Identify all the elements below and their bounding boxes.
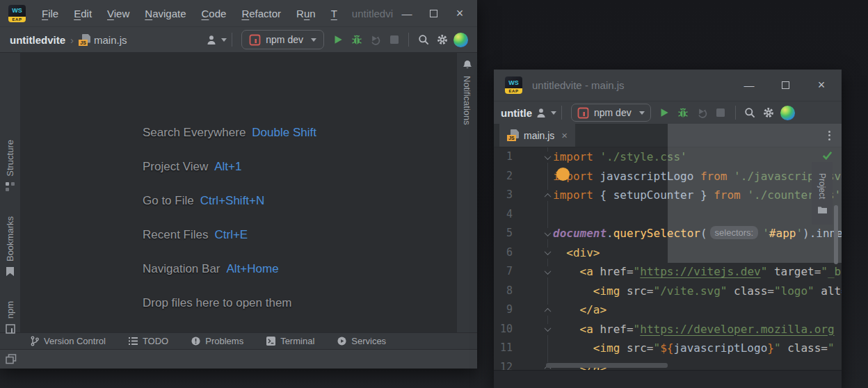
tool-window-button-project[interactable]: Project xyxy=(812,162,833,225)
fold-marker[interactable] xyxy=(542,324,552,335)
menu-item-file[interactable]: File xyxy=(34,8,66,19)
shortcut-hint-row: Go to FileCtrl+Shift+N xyxy=(143,194,316,209)
menu-item-run[interactable]: Run xyxy=(289,8,323,19)
folder-icon xyxy=(818,206,827,213)
inspections-ok-check-icon[interactable] xyxy=(822,151,833,160)
run-configuration-select[interactable]: npm dev xyxy=(241,30,324,49)
menu-item-navigate[interactable]: Navigate xyxy=(137,8,193,19)
tool-window-button-version-control[interactable]: Version Control xyxy=(31,336,106,346)
minimize-button[interactable]: — xyxy=(736,75,762,96)
run-button[interactable] xyxy=(655,103,674,122)
shortcut-hint-row: Drop files here to open them xyxy=(143,296,316,312)
breadcrumb-separator: › xyxy=(70,34,74,46)
menu-item-view[interactable]: View xyxy=(99,8,137,19)
bell-icon[interactable] xyxy=(463,60,472,70)
tool-window-button-bookmarks[interactable]: Bookmarks xyxy=(5,216,15,276)
hint-shortcut[interactable]: Alt+Home xyxy=(227,262,279,275)
fold-marker[interactable] xyxy=(542,305,552,316)
run-button[interactable] xyxy=(328,30,347,49)
rerun-button-disabled xyxy=(366,30,385,49)
right-tool-window-stripe: Notifications xyxy=(456,53,477,332)
menu-item-code[interactable]: Code xyxy=(194,8,234,19)
fold-marker[interactable] xyxy=(542,266,552,277)
ide-promo-button[interactable] xyxy=(451,30,470,49)
hint-shortcut[interactable]: Alt+1 xyxy=(214,160,241,173)
tab-label: main.js xyxy=(524,130,554,141)
maximize-button[interactable] xyxy=(420,3,447,24)
play-icon xyxy=(659,108,669,118)
breadcrumb-project[interactable]: untitle xyxy=(501,107,532,119)
tool-window-label: Structure xyxy=(5,140,15,177)
user-profile-button[interactable] xyxy=(536,103,556,122)
window-controls: — × xyxy=(736,75,835,96)
hint-shortcut[interactable]: Ctrl+Shift+N xyxy=(200,194,265,207)
fold-marker[interactable] xyxy=(542,190,552,201)
line-number: 8 xyxy=(494,282,513,301)
close-button[interactable]: × xyxy=(447,3,473,24)
fold-marker[interactable] xyxy=(542,248,552,259)
colorful-sphere-icon xyxy=(780,106,795,120)
chevron-down-icon xyxy=(551,111,556,115)
menu-item-refactor[interactable]: Refactor xyxy=(234,8,289,19)
breadcrumb-project[interactable]: untitledvite xyxy=(10,34,65,46)
status-bar xyxy=(0,349,477,369)
hint-label: Navigation Bar xyxy=(143,262,220,275)
fold-chevron-icon xyxy=(544,325,551,332)
vertical-scrollbar[interactable] xyxy=(834,205,838,264)
breadcrumb-file[interactable]: main.js xyxy=(94,34,127,46)
tool-window-button-notifications[interactable]: Notifications xyxy=(462,76,472,125)
gutter-fold-column xyxy=(513,205,553,225)
fold-marker[interactable] xyxy=(542,228,552,239)
code-text: <div> xyxy=(553,243,600,263)
gutter-fold-column xyxy=(513,282,553,301)
minimize-button[interactable]: — xyxy=(394,3,420,24)
gear-icon xyxy=(437,34,448,45)
stop-icon xyxy=(716,108,725,117)
code-text: import './style.css' xyxy=(553,147,687,167)
ide-promo-button[interactable] xyxy=(778,103,797,122)
chevron-down-icon xyxy=(221,38,227,42)
tool-window-label: Bookmarks xyxy=(5,216,15,261)
menu-item-t[interactable]: T xyxy=(323,8,345,19)
close-button[interactable]: × xyxy=(808,75,835,96)
code-line: 11 <img src="${javascriptLogo}" class=" xyxy=(494,339,842,358)
js-file-icon: JS xyxy=(79,34,90,46)
fold-chevron-icon xyxy=(544,229,551,236)
main-menu-bar: FileEditViewNavigateCodeRefactorRunT xyxy=(34,8,345,19)
tool-window-button-npm[interactable]: npm xyxy=(5,301,15,334)
tool-window-button-problems[interactable]: Problems xyxy=(191,336,243,346)
hint-shortcut[interactable]: Double Shift xyxy=(252,126,316,139)
hint-shortcut[interactable]: Ctrl+E xyxy=(214,228,248,241)
debug-button[interactable] xyxy=(674,103,693,122)
run-configuration-select[interactable]: npm dev xyxy=(571,104,651,122)
tool-window-button-todo[interactable]: TODO xyxy=(129,336,168,346)
stacked-windows-icon[interactable] xyxy=(6,354,17,364)
code-text: <img src="/vite.svg" class="logo" alt= xyxy=(553,282,842,301)
tool-window-button-structure[interactable]: Structure xyxy=(5,140,15,191)
js-file-icon: JS xyxy=(507,129,519,141)
left-tool-window-stripe: StructureBookmarksnpm xyxy=(0,53,21,332)
tab-close-icon[interactable]: × xyxy=(561,129,568,141)
tool-window-button-services[interactable]: Services xyxy=(337,336,386,346)
fold-chevron-icon xyxy=(544,248,551,255)
shortcut-hint-row: Navigation BarAlt+Home xyxy=(143,262,316,277)
search-everywhere-button[interactable] xyxy=(414,30,433,49)
maximize-button[interactable] xyxy=(772,75,798,96)
tool-window-button-terminal[interactable]: Terminal xyxy=(266,336,314,346)
settings-button[interactable] xyxy=(760,103,778,122)
settings-button[interactable] xyxy=(433,30,451,49)
fold-marker[interactable] xyxy=(542,152,552,163)
editor-empty-area[interactable]: Search EverywhereDouble ShiftProject Vie… xyxy=(21,53,456,332)
maximize-icon xyxy=(430,10,437,17)
person-icon xyxy=(536,108,548,118)
user-profile-button[interactable] xyxy=(207,30,227,49)
menu-item-edit[interactable]: Edit xyxy=(66,8,99,19)
debug-button[interactable] xyxy=(347,30,366,49)
search-everywhere-button[interactable] xyxy=(741,103,760,122)
horizontal-scrollbar[interactable] xyxy=(546,363,668,368)
title-bar[interactable]: WS EAP FileEditViewNavigateCodeRefactorR… xyxy=(0,0,477,26)
tab-main-js[interactable]: JS main.js × xyxy=(499,124,575,147)
tool-window-label: npm xyxy=(5,301,15,318)
gutter-fold-column xyxy=(513,186,553,205)
title-bar[interactable]: WS EAP untitledvite - main.js — × xyxy=(494,70,842,101)
